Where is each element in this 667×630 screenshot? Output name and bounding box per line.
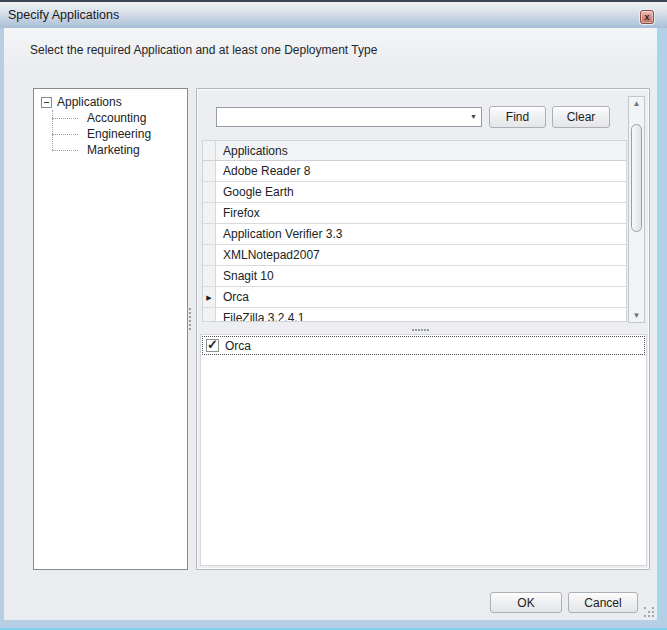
selection-rows: ✓Orca [201,336,646,355]
window-title: Specify Applications [8,8,119,22]
horizontal-splitter-grip[interactable] [412,329,430,332]
grid-header-label: Applications [216,141,626,160]
grid-header-row[interactable]: Applications [203,141,626,161]
grid-rows: Adobe Reader 8Google EarthFirefoxApplica… [203,161,626,322]
panel-splitter-grip[interactable] [189,308,192,332]
applications-grid: Applications Adobe Reader 8Google EarthF… [202,140,627,322]
application-name-cell: Google Earth [216,182,626,202]
application-name-cell: Firefox [216,203,626,223]
table-row[interactable]: Google Earth [203,182,626,203]
row-indicator-cell [203,308,216,322]
tree-root-label: Applications [57,95,122,109]
application-name-cell: XMLNotepad2007 [216,245,626,265]
application-name-cell: Adobe Reader 8 [216,161,626,181]
row-indicator-cell [203,161,216,181]
window-border-left [0,28,4,630]
clear-button-label: Clear [567,110,596,124]
scroll-up-icon[interactable]: ▲ [629,97,644,110]
tree-node-label: Marketing [87,143,140,157]
find-button[interactable]: Find [489,106,546,128]
application-name-cell: Application Verifier 3.3 [216,224,626,244]
row-indicator-cell [203,182,216,202]
application-name-cell: Snagit 10 [216,266,626,286]
grid-header-indicator-cell [203,141,216,160]
clear-button[interactable]: Clear [552,106,610,128]
search-input[interactable] [218,109,458,125]
cancel-button[interactable]: Cancel [568,592,638,613]
applications-tree-panel: Applications AccountingEngineeringMarket… [33,88,188,570]
scrollbar-thumb[interactable] [631,124,642,232]
list-item-label: Orca [225,339,251,353]
tree-node-label: Engineering [87,127,151,141]
checkmark-icon: ✓ [207,339,218,351]
chevron-down-icon[interactable]: ▼ [470,113,477,120]
applications-tree: Applications AccountingEngineeringMarket… [34,89,187,158]
close-icon: x [644,13,649,22]
cancel-button-label: Cancel [584,596,621,610]
table-row[interactable]: Adobe Reader 8 [203,161,626,182]
checkbox[interactable]: ✓ [206,339,219,352]
window-border-bottom [0,620,667,630]
tree-node[interactable]: Engineering [40,126,187,142]
close-button[interactable]: x [640,10,654,24]
tree-node-label: Accounting [87,111,146,125]
window-border-right [657,28,667,630]
table-row[interactable]: Application Verifier 3.3 [203,224,626,245]
ok-button-label: OK [517,596,534,610]
tree-children: AccountingEngineeringMarketing [40,110,187,158]
table-row[interactable]: FileZilla 3.2.4.1 [203,308,626,322]
titlebar[interactable]: Specify Applications [0,2,667,28]
table-row[interactable]: ▶Orca [203,287,626,308]
find-button-label: Find [506,110,529,124]
grid-scrollbar[interactable]: ▲ ▼ [628,96,645,323]
row-indicator-cell [203,224,216,244]
table-row[interactable]: XMLNotepad2007 [203,245,626,266]
specify-applications-dialog: Specify Applications x Select the requir… [0,0,667,630]
tree-node[interactable]: Marketing [40,142,187,158]
tree-node-applications[interactable]: Applications [40,94,187,110]
application-name-cell: FileZilla 3.2.4.1 [216,308,626,322]
search-combobox[interactable]: ▼ [216,107,482,127]
ok-button[interactable]: OK [490,592,562,613]
row-indicator-cell [203,266,216,286]
table-row[interactable]: Firefox [203,203,626,224]
instruction-text: Select the required Application and at l… [30,43,377,57]
row-indicator-cell [203,203,216,223]
collapse-minus-icon[interactable] [41,97,52,108]
window-resize-grip[interactable] [644,607,657,620]
row-indicator-icon: ▶ [206,294,211,301]
scroll-down-icon[interactable]: ▼ [629,309,644,322]
tree-node[interactable]: Accounting [40,110,187,126]
row-indicator-cell [203,245,216,265]
deployment-type-list: ✓Orca [200,334,647,566]
list-item[interactable]: ✓Orca [202,336,645,355]
row-indicator-cell: ▶ [203,287,216,307]
application-name-cell: Orca [216,287,626,307]
table-row[interactable]: Snagit 10 [203,266,626,287]
